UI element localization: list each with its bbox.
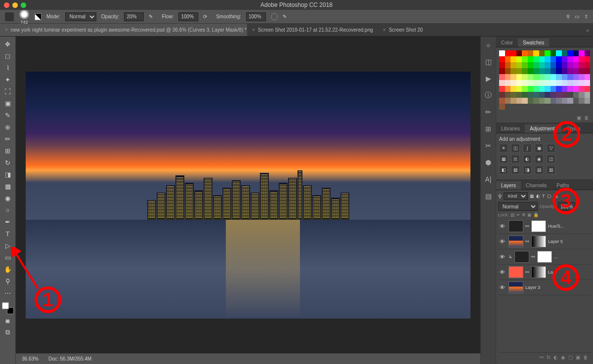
- swatch[interactable]: [522, 74, 528, 80]
- filter-pixel-icon[interactable]: ▦: [530, 194, 534, 199]
- layer-thumb[interactable]: [508, 282, 523, 293]
- layer-row[interactable]: 👁⚯Layer 5: [498, 234, 591, 249]
- swatch[interactable]: [573, 74, 579, 80]
- swatch[interactable]: [528, 74, 534, 80]
- photofilter-adj-icon[interactable]: ◉: [535, 155, 544, 163]
- swatch[interactable]: [585, 92, 591, 98]
- swatch[interactable]: [499, 68, 505, 74]
- swatch[interactable]: [579, 50, 585, 56]
- swatch[interactable]: [556, 104, 562, 110]
- swatch[interactable]: [510, 50, 516, 56]
- brush-tool[interactable]: ✏: [2, 133, 14, 144]
- swatch[interactable]: [567, 68, 573, 74]
- swatch[interactable]: [579, 62, 585, 68]
- swatch[interactable]: [539, 56, 545, 62]
- visibility-icon[interactable]: 👁: [500, 239, 507, 244]
- swatch[interactable]: [528, 50, 534, 56]
- layer-thumb[interactable]: [508, 236, 523, 247]
- swatch[interactable]: [528, 68, 534, 74]
- eraser-tool[interactable]: ◨: [2, 169, 14, 180]
- swatch[interactable]: [516, 86, 522, 92]
- document-tab[interactable]: ×new york night luminar experiment as pl…: [0, 24, 247, 36]
- lock-paint-icon[interactable]: ✏: [516, 212, 520, 217]
- styles-tab[interactable]: Styles: [562, 124, 585, 133]
- swatch[interactable]: [539, 104, 545, 110]
- swatch[interactable]: [510, 62, 516, 68]
- swatch[interactable]: [505, 104, 511, 110]
- swatch[interactable]: [528, 104, 534, 110]
- swatch[interactable]: [539, 68, 545, 74]
- 3d-panel-icon[interactable]: ⬢: [484, 158, 493, 167]
- swatch[interactable]: [585, 86, 591, 92]
- swatch[interactable]: [516, 74, 522, 80]
- layer-row[interactable]: 👁↳⚯...: [498, 249, 591, 265]
- visibility-icon[interactable]: 👁: [500, 269, 507, 275]
- swatch[interactable]: [499, 74, 505, 80]
- swatch[interactable]: [585, 104, 591, 110]
- layer-row[interactable]: 👁⚯Hue/S...: [498, 219, 591, 234]
- visibility-icon[interactable]: 👁: [500, 284, 507, 290]
- swatch[interactable]: [528, 92, 534, 98]
- workspace-icon[interactable]: ▭: [575, 14, 579, 19]
- swatch[interactable]: [567, 80, 573, 86]
- doc-size[interactable]: Doc: 56.3M/355.4M: [48, 356, 91, 362]
- swatch[interactable]: [579, 86, 585, 92]
- type-tool[interactable]: T: [2, 228, 14, 239]
- history-panel-icon[interactable]: ⟐: [484, 40, 493, 49]
- swap-icon[interactable]: [35, 13, 42, 20]
- channelmixer-adj-icon[interactable]: ◫: [547, 155, 555, 163]
- swatch[interactable]: [585, 80, 591, 86]
- link-icon[interactable]: ⚯: [531, 254, 535, 259]
- swatch[interactable]: [585, 98, 591, 104]
- lasso-tool[interactable]: ⌇: [2, 62, 14, 73]
- swatch[interactable]: [562, 62, 568, 68]
- swatch[interactable]: [522, 86, 528, 92]
- swatch[interactable]: [516, 68, 522, 74]
- swatch[interactable]: [545, 92, 551, 98]
- swatch[interactable]: [522, 68, 528, 74]
- path-select-tool[interactable]: ▷: [2, 240, 14, 251]
- mask-icon[interactable]: ◐: [553, 355, 558, 360]
- swatch[interactable]: [567, 104, 573, 110]
- color-picker[interactable]: [2, 302, 14, 314]
- tool-preset-icon[interactable]: [5, 12, 14, 21]
- swatch[interactable]: [510, 92, 516, 98]
- eyedropper-tool[interactable]: ✎: [2, 110, 14, 121]
- swatch[interactable]: [499, 56, 505, 62]
- screenmode-icon[interactable]: ⧉: [2, 327, 14, 338]
- swatch[interactable]: [556, 98, 562, 104]
- new-group-icon[interactable]: ▢: [568, 355, 573, 360]
- link-layers-icon[interactable]: ⚯: [540, 355, 544, 360]
- swatch[interactable]: [528, 56, 534, 62]
- swatch[interactable]: [539, 92, 545, 98]
- zoom-tool[interactable]: ⚲: [2, 276, 14, 286]
- swatch[interactable]: [539, 98, 545, 104]
- swatch[interactable]: [522, 104, 528, 110]
- swatch[interactable]: [510, 104, 516, 110]
- swatch[interactable]: [585, 56, 591, 62]
- swatch[interactable]: [585, 68, 591, 74]
- rectangle-tool[interactable]: ▭: [2, 252, 14, 263]
- swatch[interactable]: [551, 104, 556, 110]
- swatch[interactable]: [505, 68, 511, 74]
- paths-tab[interactable]: Paths: [551, 181, 574, 190]
- bw-adj-icon[interactable]: ◐: [523, 155, 532, 163]
- delete-layer-icon[interactable]: 🗑: [583, 355, 588, 360]
- brush-preview-icon[interactable]: [19, 9, 30, 20]
- swatch[interactable]: [556, 92, 562, 98]
- move-tool[interactable]: ✥: [2, 39, 14, 49]
- swatch[interactable]: [556, 62, 562, 68]
- swatch[interactable]: [499, 80, 505, 86]
- swatch[interactable]: [551, 92, 556, 98]
- swatch[interactable]: [499, 98, 505, 104]
- swatch[interactable]: [539, 62, 545, 68]
- nav-panel-icon[interactable]: ◫: [484, 57, 493, 66]
- swatch[interactable]: [505, 98, 511, 104]
- selective-adj-icon[interactable]: ▥: [547, 165, 555, 174]
- swatch[interactable]: [533, 104, 539, 110]
- color-tab[interactable]: Color: [496, 39, 518, 47]
- swatch[interactable]: [567, 50, 573, 56]
- brightness-adj-icon[interactable]: ☀: [499, 144, 508, 153]
- close-tab-icon[interactable]: ×: [383, 27, 386, 33]
- new-swatch-icon[interactable]: ▣: [577, 115, 581, 121]
